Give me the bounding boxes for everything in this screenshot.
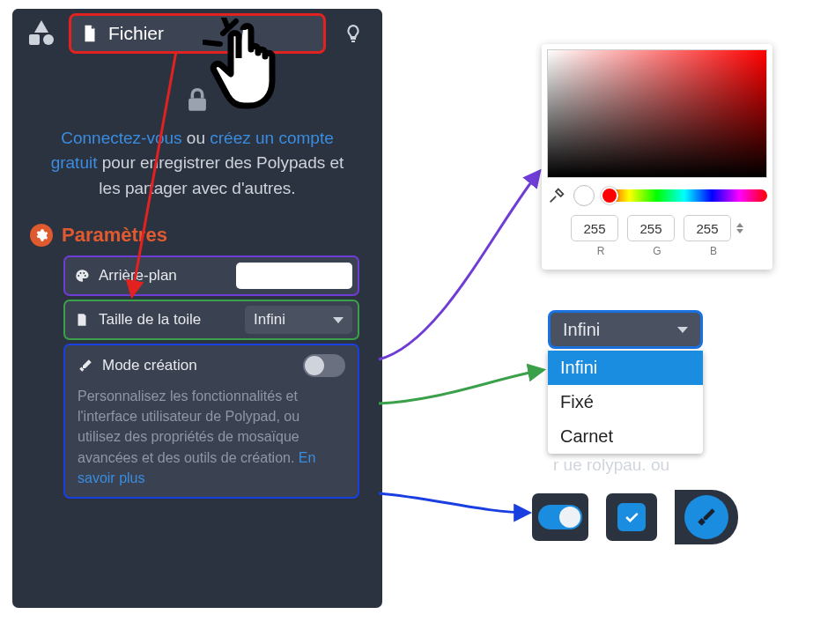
creation-mode-label: Mode création xyxy=(102,357,197,374)
dropdown-selected-label: Infini xyxy=(563,320,600,340)
dropdown-options: Infini Fixé Carnet xyxy=(548,351,703,454)
rgb-b-input[interactable]: 255 xyxy=(684,215,731,241)
dropdown-trailing-text: r ue rolypau. ou xyxy=(548,454,703,477)
checkbox-on-example[interactable] xyxy=(606,493,657,541)
hue-slider[interactable] xyxy=(602,189,767,202)
dropdown-option-infini[interactable]: Infini xyxy=(548,351,703,385)
dropdown-selected[interactable]: Infini xyxy=(548,310,703,349)
canvas-size-setting-row: Taille de la toile Infini xyxy=(65,301,358,338)
signin-or: ou xyxy=(182,129,211,147)
canvas-size-label: Taille de la toile xyxy=(99,311,201,329)
settings-title: Paramètres xyxy=(62,224,167,247)
dropdown-option-fixe[interactable]: Fixé xyxy=(548,385,703,419)
rgb-g-input[interactable]: 255 xyxy=(627,215,675,241)
page-icon xyxy=(74,312,90,328)
current-color-swatch xyxy=(573,185,595,206)
svg-point-1 xyxy=(78,275,79,277)
settings-heading: Paramètres xyxy=(12,218,382,252)
tools-badge[interactable] xyxy=(675,490,738,544)
toggle-knob xyxy=(305,356,324,375)
lock-icon xyxy=(182,85,212,122)
file-label: Fichier xyxy=(108,23,164,44)
hint-button[interactable] xyxy=(329,12,377,55)
background-setting-row: Arrière-plan xyxy=(65,257,358,294)
signin-message: Connectez-vous ou créez un compte gratui… xyxy=(12,58,382,218)
creation-mode-toggle[interactable] xyxy=(303,354,345,377)
lightbulb-icon xyxy=(343,23,364,44)
gear-icon xyxy=(30,224,53,247)
toggle-on-example[interactable] xyxy=(532,493,588,541)
chevron-down-icon xyxy=(677,327,688,333)
signin-link[interactable]: Connectez-vous xyxy=(61,129,181,147)
file-icon xyxy=(80,24,100,43)
file-button[interactable]: Fichier xyxy=(69,13,326,54)
toolbar: Fichier xyxy=(12,9,382,58)
canvas-size-value: Infini xyxy=(254,311,285,329)
svg-point-3 xyxy=(83,272,85,274)
chevron-down-icon xyxy=(333,317,344,323)
hue-knob[interactable] xyxy=(601,187,618,204)
color-picker[interactable]: 255 255 255 R G B xyxy=(542,44,772,270)
svg-rect-0 xyxy=(188,99,206,111)
saturation-area[interactable] xyxy=(547,49,767,178)
rgb-g-label: G xyxy=(633,245,681,257)
background-color-swatch[interactable] xyxy=(236,263,352,289)
shapes-button[interactable] xyxy=(18,12,65,55)
svg-point-4 xyxy=(85,275,86,277)
background-label: Arrière-plan xyxy=(99,267,177,285)
dropdown-option-carnet[interactable]: Carnet xyxy=(548,419,703,454)
file-panel: Fichier Connectez-vous ou créez un compt… xyxy=(12,9,382,608)
setting-rows: Arrière-plan Taille de la toile Infini M… xyxy=(12,252,382,497)
creation-mode-description: Personnalisez les fonctionnalités et l'i… xyxy=(78,386,345,488)
canvas-size-select[interactable]: Infini xyxy=(245,306,352,334)
tools-icon xyxy=(78,358,93,374)
eyedropper-icon[interactable] xyxy=(547,186,566,205)
creation-mode-setting-row: Mode création Personnalisez les fonction… xyxy=(65,345,358,497)
canvas-size-dropdown-popup: Infini Infini Fixé Carnet r ue rolypau. … xyxy=(548,310,703,477)
shapes-icon xyxy=(29,22,54,45)
signin-rest: pour enregistrer des Polypads et les par… xyxy=(97,153,344,197)
palette-icon xyxy=(74,268,90,284)
creation-mode-widgets xyxy=(532,490,738,544)
rgb-b-label: B xyxy=(690,245,737,257)
rgb-r-input[interactable]: 255 xyxy=(571,215,618,241)
rgb-mode-stepper[interactable] xyxy=(736,223,743,233)
rgb-r-label: R xyxy=(577,245,625,257)
svg-point-2 xyxy=(80,272,82,274)
